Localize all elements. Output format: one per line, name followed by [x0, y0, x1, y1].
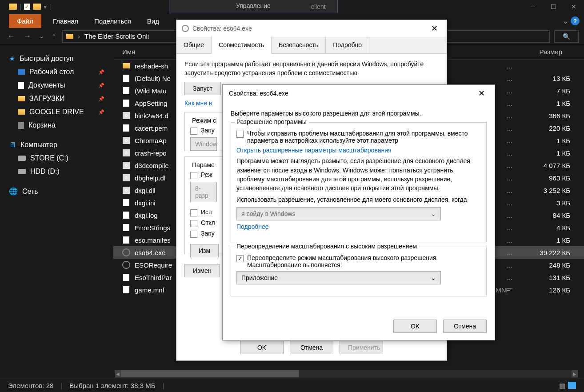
help-link[interactable]: Как мне в [184, 100, 212, 107]
scroll-right-button[interactable]: ▶ [572, 370, 578, 377]
cancel-button[interactable]: Отмена [290, 341, 333, 354]
dpi-settings-dialog: Свойства: eso64.exe ✕ Выберите параметры… [222, 84, 495, 340]
sidebar: ★Быстрый доступ Рабочий стол📌 Документы📌… [0, 44, 113, 387]
star-icon: ★ [9, 54, 15, 63]
ribbon-chevron-icon[interactable]: ⌄ [562, 16, 569, 26]
file-icon [123, 274, 129, 281]
file-size: 1 КБ [517, 100, 570, 107]
tab-details[interactable]: Подробно [326, 37, 369, 53]
use-640-checkbox[interactable] [190, 209, 197, 216]
divider: | [20, 3, 21, 10]
minimize-button[interactable]: ─ [523, 0, 543, 13]
tab-compatibility[interactable]: Совместимость [212, 37, 272, 54]
col-size[interactable]: Размер [509, 48, 562, 56]
sidebar-recycle-bin[interactable]: Корзина [4, 119, 110, 132]
file-icon [123, 124, 129, 132]
bin-icon [18, 122, 24, 129]
change-dpi-button[interactable]: Изм [190, 244, 219, 257]
sidebar-gdrive[interactable]: GOOGLE DRIVE📌 [4, 105, 110, 119]
close-icon[interactable]: ✕ [475, 87, 488, 100]
tab-general[interactable]: Общие [176, 37, 212, 53]
dll-icon: ⚙ [123, 112, 130, 119]
fix-scaling-checkbox[interactable] [236, 131, 244, 138]
dialog-titlebar[interactable]: Свойства: eso64.exe ✕ [223, 85, 495, 102]
help-icon[interactable]: ? [571, 16, 580, 25]
file-icon [123, 100, 129, 107]
details-view-icon[interactable]: ▦ [559, 382, 565, 390]
menu-home[interactable]: Главная [45, 14, 86, 28]
file-size: 7 КБ [517, 87, 570, 95]
menu-share[interactable]: Поделиться [86, 14, 139, 28]
search-input[interactable]: 🔍 [554, 30, 579, 43]
file-size: 1 КБ [517, 137, 570, 144]
file-size: 963 КБ [517, 174, 570, 182]
tab-security[interactable]: Безопасность [272, 37, 326, 53]
sidebar-computer[interactable]: 🖥Компьютер [4, 138, 110, 152]
window-title: client [311, 3, 326, 10]
file-icon [123, 224, 129, 231]
run-troubleshoot-button[interactable]: Запуст [184, 82, 221, 95]
horizontal-scrollbar[interactable]: ◀ ▶ [115, 370, 578, 378]
use-dpi-text: Использовать разрешение, установленное д… [236, 195, 481, 204]
sidebar-drive-c[interactable]: STORE (C:) [4, 152, 110, 165]
windows-version-select[interactable]: Window [190, 137, 217, 151]
change-all-users-button[interactable]: Измен [184, 264, 220, 277]
run-admin-checkbox[interactable] [190, 231, 197, 238]
folder-icon [18, 109, 25, 115]
folder-icon [123, 63, 130, 68]
disable-fullscreen-checkbox[interactable] [190, 220, 197, 227]
close-button[interactable]: ✕ [564, 0, 584, 13]
advanced-scaling-link[interactable]: Открыть расширенные параметры масштабиро… [236, 147, 392, 154]
sidebar-quick-access[interactable]: ★Быстрый доступ [4, 52, 110, 65]
sidebar-desktop[interactable]: Рабочий стол📌 [4, 65, 110, 79]
address-path: The Elder Scrolls Onli [84, 32, 149, 40]
qat-dropdown[interactable]: ▾ [44, 3, 47, 10]
pin-icon: 📌 [98, 69, 104, 75]
file-size: 3 252 КБ [517, 187, 570, 194]
nav-recent-dropdown[interactable]: ⌄ [37, 31, 46, 41]
ok-button[interactable]: OK [393, 320, 437, 333]
folder-icon[interactable] [33, 4, 41, 10]
chevron-down-icon: ⌄ [431, 210, 436, 217]
color-mode-select[interactable]: 8-разр [190, 182, 217, 202]
learn-more-link[interactable]: Подробнее [236, 223, 269, 230]
override-scaling-checkbox[interactable] [236, 255, 244, 262]
drive-icon [18, 156, 26, 161]
large-icons-view-icon[interactable] [568, 382, 576, 389]
file-icon [123, 199, 129, 206]
folder-icon [18, 96, 25, 101]
document-icon [18, 82, 24, 89]
signin-select[interactable]: я войду в Windows⌄ [236, 207, 441, 220]
dialog-titlebar[interactable]: Свойства: eso64.exe ✕ [176, 20, 447, 37]
file-size: 126 КБ [517, 286, 570, 294]
sidebar-network[interactable]: 🌐Сеть [4, 184, 110, 198]
ok-button[interactable]: OK [240, 341, 284, 354]
maximize-button[interactable]: ☐ [543, 0, 564, 13]
file-icon [123, 87, 129, 94]
run-compat-checkbox[interactable] [190, 128, 197, 135]
sidebar-drive-d[interactable]: HDD (D:) [4, 165, 110, 178]
scaling-by-select[interactable]: Приложение⌄ [236, 271, 441, 284]
file-size: 131 КБ [517, 274, 570, 281]
file-size: 4 077 КБ [517, 162, 570, 169]
check-icon[interactable]: ✓ [24, 4, 30, 10]
file-size: 1 КБ [517, 236, 570, 244]
sidebar-downloads[interactable]: ЗАГРУЗКИ📌 [4, 92, 110, 105]
nav-up[interactable]: ↑ [50, 30, 58, 43]
apply-button[interactable]: Применить [340, 341, 383, 354]
sidebar-documents[interactable]: Документы📌 [4, 79, 110, 92]
reduced-color-checkbox[interactable] [190, 172, 197, 179]
dialog-title: Свойства: eso64.exe [192, 25, 252, 32]
dll-icon: ⚙ [123, 187, 130, 194]
dialog-title: Свойства: eso64.exe [229, 90, 288, 97]
nav-forward[interactable]: → [21, 30, 33, 43]
scroll-left-button[interactable]: ◀ [115, 370, 121, 377]
app-icon [122, 261, 130, 269]
close-icon[interactable]: ✕ [428, 22, 441, 35]
cancel-button[interactable]: Отмена [443, 320, 487, 333]
menu-file[interactable]: Файл [9, 14, 41, 28]
menu-view[interactable]: Вид [139, 14, 167, 28]
search-icon: 🔍 [563, 33, 570, 40]
scroll-thumb[interactable] [121, 370, 299, 377]
nav-back[interactable]: ← [5, 30, 17, 43]
